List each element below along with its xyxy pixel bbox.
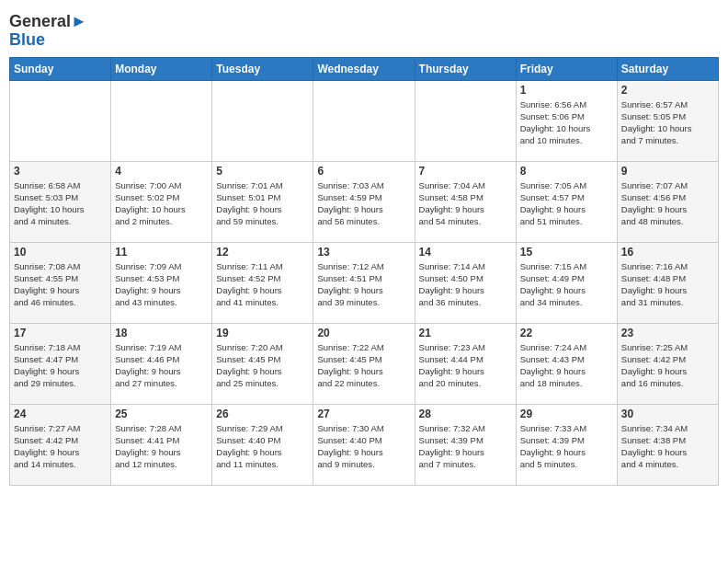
weekday-header-friday: Friday xyxy=(516,57,617,80)
calendar-cell: 1Sunrise: 6:56 AM Sunset: 5:06 PM Daylig… xyxy=(516,80,617,161)
calendar-cell: 5Sunrise: 7:01 AM Sunset: 5:01 PM Daylig… xyxy=(212,161,313,242)
day-number: 20 xyxy=(317,327,410,339)
day-number: 12 xyxy=(216,246,309,259)
day-number: 2 xyxy=(621,84,714,97)
day-number: 13 xyxy=(317,246,410,259)
day-number: 26 xyxy=(216,408,309,420)
calendar-cell: 22Sunrise: 7:24 AM Sunset: 4:43 PM Dayli… xyxy=(516,323,617,404)
calendar-table: SundayMondayTuesdayWednesdayThursdayFrid… xyxy=(9,57,719,486)
day-info: Sunrise: 7:29 AM Sunset: 4:40 PM Dayligh… xyxy=(216,422,309,471)
calendar-cell xyxy=(111,80,212,161)
calendar-cell xyxy=(10,80,111,161)
calendar-cell: 23Sunrise: 7:25 AM Sunset: 4:42 PM Dayli… xyxy=(617,323,718,404)
day-info: Sunrise: 6:58 AM Sunset: 5:03 PM Dayligh… xyxy=(14,179,107,228)
calendar-cell: 6Sunrise: 7:03 AM Sunset: 4:59 PM Daylig… xyxy=(313,161,415,242)
day-info: Sunrise: 7:32 AM Sunset: 4:39 PM Dayligh… xyxy=(419,422,512,471)
day-number: 6 xyxy=(317,165,410,178)
calendar-cell: 17Sunrise: 7:18 AM Sunset: 4:47 PM Dayli… xyxy=(10,323,111,404)
day-number: 29 xyxy=(520,408,613,420)
weekday-header-sunday: Sunday xyxy=(10,57,111,80)
calendar-cell xyxy=(313,80,415,161)
day-info: Sunrise: 6:57 AM Sunset: 5:05 PM Dayligh… xyxy=(621,98,714,147)
calendar-cell: 21Sunrise: 7:23 AM Sunset: 4:44 PM Dayli… xyxy=(415,323,516,404)
calendar-cell: 19Sunrise: 7:20 AM Sunset: 4:45 PM Dayli… xyxy=(212,323,313,404)
day-info: Sunrise: 7:27 AM Sunset: 4:42 PM Dayligh… xyxy=(14,422,107,471)
day-info: Sunrise: 7:08 AM Sunset: 4:55 PM Dayligh… xyxy=(14,260,107,309)
day-number: 24 xyxy=(14,408,107,420)
calendar-week-2: 3Sunrise: 6:58 AM Sunset: 5:03 PM Daylig… xyxy=(10,161,719,242)
calendar-cell xyxy=(212,80,313,161)
weekday-header-tuesday: Tuesday xyxy=(212,57,313,80)
day-info: Sunrise: 7:01 AM Sunset: 5:01 PM Dayligh… xyxy=(216,179,309,228)
day-info: Sunrise: 7:20 AM Sunset: 4:45 PM Dayligh… xyxy=(216,341,309,390)
calendar-cell: 29Sunrise: 7:33 AM Sunset: 4:39 PM Dayli… xyxy=(516,404,617,485)
calendar-cell: 2Sunrise: 6:57 AM Sunset: 5:05 PM Daylig… xyxy=(617,80,718,161)
day-info: Sunrise: 7:19 AM Sunset: 4:46 PM Dayligh… xyxy=(115,341,208,390)
day-number: 18 xyxy=(115,327,208,339)
day-number: 4 xyxy=(115,165,208,178)
day-number: 14 xyxy=(419,246,512,259)
weekday-header-monday: Monday xyxy=(111,57,212,80)
day-number: 25 xyxy=(115,408,208,420)
day-info: Sunrise: 7:30 AM Sunset: 4:40 PM Dayligh… xyxy=(317,422,410,471)
day-number: 21 xyxy=(419,327,512,339)
day-info: Sunrise: 7:11 AM Sunset: 4:52 PM Dayligh… xyxy=(216,260,309,309)
calendar-cell: 4Sunrise: 7:00 AM Sunset: 5:02 PM Daylig… xyxy=(111,161,212,242)
calendar-cell: 11Sunrise: 7:09 AM Sunset: 4:53 PM Dayli… xyxy=(111,242,212,323)
page-header: General► Blue xyxy=(9,9,719,50)
calendar-cell: 13Sunrise: 7:12 AM Sunset: 4:51 PM Dayli… xyxy=(313,242,415,323)
calendar-cell: 3Sunrise: 6:58 AM Sunset: 5:03 PM Daylig… xyxy=(10,161,111,242)
logo-text: General► Blue xyxy=(9,13,87,50)
logo: General► Blue xyxy=(9,13,87,50)
day-info: Sunrise: 7:14 AM Sunset: 4:50 PM Dayligh… xyxy=(419,260,512,309)
day-info: Sunrise: 7:00 AM Sunset: 5:02 PM Dayligh… xyxy=(115,179,208,228)
day-info: Sunrise: 7:33 AM Sunset: 4:39 PM Dayligh… xyxy=(520,422,613,471)
day-info: Sunrise: 7:25 AM Sunset: 4:42 PM Dayligh… xyxy=(621,341,714,390)
calendar-cell: 14Sunrise: 7:14 AM Sunset: 4:50 PM Dayli… xyxy=(415,242,516,323)
calendar-cell: 15Sunrise: 7:15 AM Sunset: 4:49 PM Dayli… xyxy=(516,242,617,323)
weekday-header-wednesday: Wednesday xyxy=(313,57,415,80)
calendar-week-4: 17Sunrise: 7:18 AM Sunset: 4:47 PM Dayli… xyxy=(10,323,719,404)
day-number: 9 xyxy=(621,165,714,178)
weekday-header-saturday: Saturday xyxy=(617,57,718,80)
calendar-week-3: 10Sunrise: 7:08 AM Sunset: 4:55 PM Dayli… xyxy=(10,242,719,323)
day-info: Sunrise: 7:05 AM Sunset: 4:57 PM Dayligh… xyxy=(520,179,613,228)
calendar-cell: 7Sunrise: 7:04 AM Sunset: 4:58 PM Daylig… xyxy=(415,161,516,242)
day-info: Sunrise: 7:04 AM Sunset: 4:58 PM Dayligh… xyxy=(419,179,512,228)
day-number: 7 xyxy=(419,165,512,178)
day-info: Sunrise: 7:03 AM Sunset: 4:59 PM Dayligh… xyxy=(317,179,410,228)
day-info: Sunrise: 7:23 AM Sunset: 4:44 PM Dayligh… xyxy=(419,341,512,390)
day-number: 17 xyxy=(14,327,107,339)
calendar-cell: 30Sunrise: 7:34 AM Sunset: 4:38 PM Dayli… xyxy=(617,404,718,485)
weekday-header-thursday: Thursday xyxy=(415,57,516,80)
calendar-cell: 20Sunrise: 7:22 AM Sunset: 4:45 PM Dayli… xyxy=(313,323,415,404)
day-number: 1 xyxy=(520,84,613,97)
day-number: 23 xyxy=(621,327,714,339)
day-info: Sunrise: 7:16 AM Sunset: 4:48 PM Dayligh… xyxy=(621,260,714,309)
calendar-cell: 27Sunrise: 7:30 AM Sunset: 4:40 PM Dayli… xyxy=(313,404,415,485)
calendar-cell: 9Sunrise: 7:07 AM Sunset: 4:56 PM Daylig… xyxy=(617,161,718,242)
day-number: 16 xyxy=(621,246,714,259)
day-number: 22 xyxy=(520,327,613,339)
day-number: 8 xyxy=(520,165,613,178)
day-info: Sunrise: 7:18 AM Sunset: 4:47 PM Dayligh… xyxy=(14,341,107,390)
day-info: Sunrise: 6:56 AM Sunset: 5:06 PM Dayligh… xyxy=(520,98,613,147)
day-info: Sunrise: 7:34 AM Sunset: 4:38 PM Dayligh… xyxy=(621,422,714,471)
calendar-week-5: 24Sunrise: 7:27 AM Sunset: 4:42 PM Dayli… xyxy=(10,404,719,485)
day-number: 11 xyxy=(115,246,208,259)
day-info: Sunrise: 7:24 AM Sunset: 4:43 PM Dayligh… xyxy=(520,341,613,390)
day-info: Sunrise: 7:07 AM Sunset: 4:56 PM Dayligh… xyxy=(621,179,714,228)
day-info: Sunrise: 7:15 AM Sunset: 4:49 PM Dayligh… xyxy=(520,260,613,309)
calendar-cell: 18Sunrise: 7:19 AM Sunset: 4:46 PM Dayli… xyxy=(111,323,212,404)
calendar-cell xyxy=(415,80,516,161)
calendar-cell: 24Sunrise: 7:27 AM Sunset: 4:42 PM Dayli… xyxy=(10,404,111,485)
calendar-cell: 26Sunrise: 7:29 AM Sunset: 4:40 PM Dayli… xyxy=(212,404,313,485)
day-info: Sunrise: 7:12 AM Sunset: 4:51 PM Dayligh… xyxy=(317,260,410,309)
day-number: 19 xyxy=(216,327,309,339)
day-info: Sunrise: 7:09 AM Sunset: 4:53 PM Dayligh… xyxy=(115,260,208,309)
day-number: 28 xyxy=(419,408,512,420)
calendar-cell: 12Sunrise: 7:11 AM Sunset: 4:52 PM Dayli… xyxy=(212,242,313,323)
calendar-week-1: 1Sunrise: 6:56 AM Sunset: 5:06 PM Daylig… xyxy=(10,80,719,161)
day-number: 3 xyxy=(14,165,107,178)
calendar-cell: 10Sunrise: 7:08 AM Sunset: 4:55 PM Dayli… xyxy=(10,242,111,323)
